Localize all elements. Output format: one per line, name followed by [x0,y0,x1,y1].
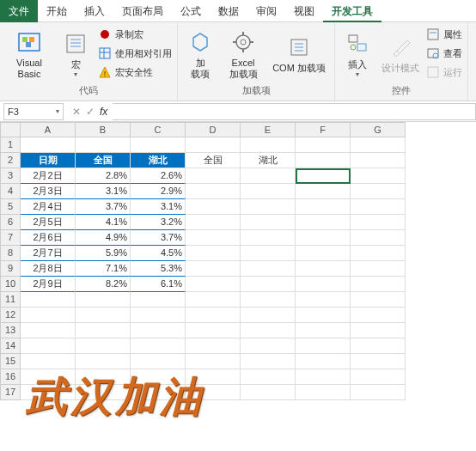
cell[interactable] [131,323,186,338]
cell[interactable] [296,246,351,261]
tab-data[interactable]: 数据 [210,0,247,22]
cell[interactable]: 湖北 [241,153,296,168]
cell[interactable] [241,385,296,400]
cell[interactable] [21,323,76,338]
cell[interactable] [351,277,406,292]
cell[interactable] [296,199,351,215]
cell[interactable] [296,230,351,246]
cell[interactable] [351,354,406,369]
tab-review[interactable]: 审阅 [247,0,285,22]
insert-control-button[interactable]: 插入 ▾ [340,26,375,82]
cell[interactable]: 8.2% [76,277,131,292]
tab-insert[interactable]: 插入 [76,0,113,22]
cell[interactable] [241,215,296,230]
cell[interactable] [241,184,296,199]
col-header[interactable]: A [21,122,76,137]
cell[interactable] [186,277,241,292]
cell[interactable] [186,137,241,153]
row-header[interactable]: 7 [0,230,21,246]
cell[interactable]: 2.9% [131,184,186,199]
cell[interactable] [296,369,351,385]
cancel-icon[interactable]: ✕ [72,106,81,118]
cell[interactable] [296,137,351,153]
cell[interactable] [241,168,296,184]
cell[interactable] [76,354,131,369]
cell[interactable] [351,199,406,215]
cell[interactable] [351,184,406,199]
cell[interactable] [186,338,241,354]
cell[interactable] [351,292,406,308]
cell[interactable] [241,246,296,261]
check-icon[interactable]: ✓ [86,106,95,118]
cell[interactable] [296,308,351,323]
addins-button[interactable]: 加 载项 [183,26,217,82]
row-header[interactable]: 5 [0,199,21,215]
cell[interactable] [186,354,241,369]
cell[interactable] [76,308,131,323]
select-all-corner[interactable] [0,122,21,137]
tab-developer[interactable]: 开发工具 [323,0,381,22]
cell[interactable] [76,338,131,354]
visual-basic-button[interactable]: Visual Basic [5,26,53,82]
cell[interactable] [131,354,186,369]
cell[interactable]: 2月6日 [21,230,76,246]
cell[interactable] [351,385,406,400]
formula-input[interactable] [113,103,476,120]
row-header[interactable]: 6 [0,215,21,230]
run-dialog-button[interactable]: 运行 [426,64,462,81]
cell[interactable] [186,215,241,230]
row-header[interactable]: 12 [0,308,21,323]
cell[interactable] [351,230,406,246]
cell[interactable] [21,292,76,308]
relative-ref-button[interactable]: 使用相对引用 [98,45,172,62]
cell[interactable] [351,215,406,230]
cell[interactable]: 4.9% [76,230,131,246]
cell[interactable]: 3.1% [131,199,186,215]
row-header[interactable]: 9 [0,261,21,277]
cell[interactable] [296,153,351,168]
cell[interactable] [241,354,296,369]
cell[interactable] [76,137,131,153]
cell[interactable] [186,230,241,246]
cell[interactable]: 2月9日 [21,277,76,292]
col-header[interactable]: B [76,122,131,137]
cell[interactable]: 3.7% [76,199,131,215]
cell[interactable] [21,338,76,354]
com-addins-button[interactable]: COM 加载项 [269,26,329,82]
cell[interactable] [186,168,241,184]
row-header[interactable]: 16 [0,369,21,385]
cell[interactable] [21,354,76,369]
cell[interactable]: 2.6% [131,168,186,184]
cell[interactable] [21,137,76,153]
cell[interactable]: 2月2日 [21,168,76,184]
cell[interactable] [241,230,296,246]
tab-file[interactable]: 文件 [0,0,38,22]
cell[interactable] [131,308,186,323]
cell[interactable] [131,137,186,153]
cell[interactable]: 2月8日 [21,261,76,277]
cell[interactable]: 4.5% [131,246,186,261]
col-header[interactable]: G [351,122,406,137]
cell[interactable] [296,385,351,400]
cell[interactable] [351,323,406,338]
cell[interactable]: 湖北 [131,153,186,168]
row-header[interactable]: 15 [0,354,21,369]
cell[interactable]: 日期 [21,153,76,168]
cell[interactable] [351,153,406,168]
cell[interactable] [296,292,351,308]
row-header[interactable]: 2 [0,153,21,168]
cell[interactable]: 全国 [186,153,241,168]
row-header[interactable]: 17 [0,385,21,400]
col-header[interactable]: C [131,122,186,137]
cell[interactable]: 4.1% [76,215,131,230]
cell[interactable] [186,261,241,277]
properties-button[interactable]: 属性 [426,26,462,43]
cell[interactable] [351,338,406,354]
cell[interactable] [131,338,186,354]
cell[interactable] [186,308,241,323]
tab-home[interactable]: 开始 [38,0,76,22]
row-header[interactable]: 14 [0,338,21,354]
row-header[interactable]: 4 [0,184,21,199]
cell[interactable] [241,137,296,153]
cell[interactable] [296,354,351,369]
